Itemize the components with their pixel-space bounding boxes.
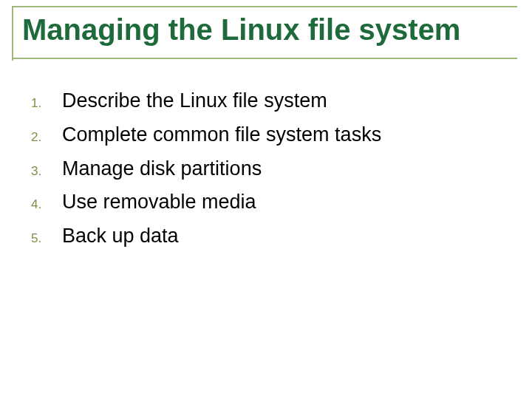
list-item: 4. Use removable media bbox=[31, 190, 502, 215]
list-text: Manage disk partitions bbox=[62, 157, 262, 182]
numbered-list: 1. Describe the Linux file system 2. Com… bbox=[31, 89, 502, 249]
title-container: Managing the Linux file system bbox=[22, 13, 517, 46]
title-frame-left bbox=[12, 6, 13, 61]
list-number: 3. bbox=[31, 160, 62, 179]
list-number: 1. bbox=[31, 92, 62, 111]
title-underline bbox=[12, 58, 517, 59]
list-text: Use removable media bbox=[62, 190, 256, 215]
list-item: 2. Complete common file system tasks bbox=[31, 123, 502, 148]
slide: Managing the Linux file system 1. Descri… bbox=[0, 0, 532, 399]
list-item: 5. Back up data bbox=[31, 224, 502, 249]
list-text: Describe the Linux file system bbox=[62, 89, 327, 114]
slide-body: 1. Describe the Linux file system 2. Com… bbox=[31, 89, 502, 258]
slide-title: Managing the Linux file system bbox=[22, 13, 517, 46]
list-number: 2. bbox=[31, 126, 62, 145]
list-text: Back up data bbox=[62, 224, 179, 249]
list-number: 4. bbox=[31, 193, 62, 212]
list-number: 5. bbox=[31, 227, 62, 246]
title-frame-top bbox=[12, 6, 517, 7]
list-item: 1. Describe the Linux file system bbox=[31, 89, 502, 114]
list-text: Complete common file system tasks bbox=[62, 123, 381, 148]
list-item: 3. Manage disk partitions bbox=[31, 157, 502, 182]
